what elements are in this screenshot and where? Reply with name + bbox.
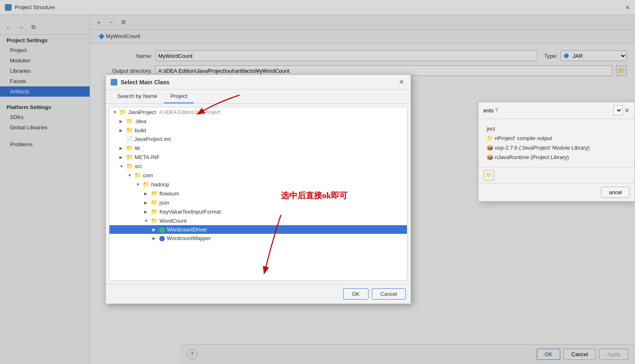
folder-icon-flowsum: 📁: [151, 190, 158, 197]
folder-icon-com: 📁: [134, 172, 141, 178]
main-window: Project Structure ✕ ← → ⧉ Project Settin…: [0, 0, 635, 364]
chevron-javaproject: ▼: [113, 110, 118, 114]
tree-label-src: src: [135, 163, 404, 169]
dialog-tabs: Search by Name Project: [106, 90, 411, 104]
chevron-flowsum: ▶: [144, 191, 149, 196]
tree-label-wordcount: WordCount: [159, 218, 404, 224]
chevron-keyvalue: ▶: [144, 209, 149, 214]
dialog-title: Select Main Class: [121, 79, 394, 86]
jar-icon-4: 📦: [487, 154, 495, 160]
chevron-meta-inf: ▶: [119, 155, 124, 159]
tree-item-lib[interactable]: ▶ 📁 lib: [109, 143, 407, 152]
chevron-wordcountmapper: ▶: [152, 236, 157, 240]
header-controls: ✕: [614, 105, 630, 115]
tree-item-com[interactable]: ▼ 📁 com: [109, 171, 407, 180]
class-icon-mapper: ⬤: [159, 235, 165, 241]
select-main-class-dialog: Select Main Class ✕ Search by Name Proje…: [105, 74, 411, 304]
tree-label-lib: lib: [135, 145, 404, 151]
dialog-icon: [111, 79, 117, 86]
tree-label-meta-inf: META-INF: [135, 154, 404, 160]
folder-icon-lib: 📁: [126, 145, 133, 151]
folder-icon-json: 📁: [151, 199, 158, 206]
chevron-build: ▶: [119, 128, 124, 133]
dialog-close-button[interactable]: ✕: [397, 78, 406, 86]
tree-item-build[interactable]: ▶ 📁 build: [109, 126, 407, 135]
output-layout-title: ents: [483, 107, 494, 114]
dialog-cancel-button[interactable]: Cancel: [372, 288, 406, 300]
chevron-src: ▼: [119, 164, 124, 169]
output-panel-close-button[interactable]: ✕: [624, 107, 630, 114]
tree-item-hadoop[interactable]: ▼ 📁 hadoop: [109, 180, 407, 189]
tree-label-com: com: [143, 172, 404, 178]
chevron-lib: ▶: [119, 146, 124, 150]
output-layout-header: ents ? ✕: [478, 102, 635, 119]
folder-icon-keyvalue: 📁: [151, 208, 158, 215]
output-cancel-button[interactable]: ancel: [601, 187, 630, 198]
tree-item-javaproject[interactable]: ▼ 📁 JavaProject A:\IDEA Edition\JavaProj…: [109, 107, 407, 117]
tree-item-src[interactable]: ▼ 📁 src: [109, 162, 407, 171]
dialog-tab-search[interactable]: Search by Name: [111, 90, 164, 103]
tree-item-wordcountmapper[interactable]: ▶ ⬤ WordcountMapper: [109, 234, 407, 243]
output-item-1: ject: [483, 124, 630, 133]
tree-item-wordcount[interactable]: ▼ 📁 WordCount: [109, 216, 407, 225]
tree-label-json: json: [159, 200, 404, 206]
folder-icon-javaproject: 📁: [119, 109, 126, 115]
tree-item-wordcountdriver[interactable]: ▶ ⬤ WordcountDriver: [109, 225, 407, 234]
folder-icon-src: 📁: [126, 163, 133, 169]
tree-label-hadoop: hadoop: [151, 181, 404, 188]
tree-item-idea[interactable]: ▶ 📁 .idea: [109, 117, 407, 126]
tree-item-meta-inf[interactable]: ▶ 📁 META-INF: [109, 152, 407, 162]
folder-icon-build: 📁: [126, 127, 133, 133]
help-icon[interactable]: ?: [495, 107, 498, 113]
output-layout-body: ject 📁 nProject' compile output 📦 oop-2.…: [478, 119, 635, 167]
dialog-tree[interactable]: ▼ 📁 JavaProject A:\IDEA Edition\JavaProj…: [109, 107, 407, 281]
folder-icon-wordcount: 📁: [151, 217, 158, 224]
dialog-ok-button[interactable]: OK: [343, 288, 369, 300]
chevron-wordcount: ▼: [144, 219, 149, 223]
tree-label-wordcountdriver: WordcountDriver: [167, 226, 404, 233]
output-layout-footer: ancel: [478, 183, 635, 201]
dialog-title-bar: Select Main Class ✕: [106, 75, 411, 90]
tree-label-keyvalue: KeyValueTextInputFormat: [159, 209, 404, 215]
chevron-idea: ▶: [119, 119, 124, 124]
tree-item-flowsum[interactable]: ▶ 📁 flowsum: [109, 189, 407, 198]
tree-item-iml[interactable]: 📄 JavaProject.iml: [109, 135, 407, 143]
add-output-button[interactable]: 📁: [483, 170, 494, 181]
output-item-3: 📦 oop-2.7.6 ('JavaProject' Module Librar…: [483, 143, 630, 152]
folder-icon-meta-inf: 📁: [126, 154, 133, 160]
tree-item-keyvalue[interactable]: ▶ 📁 KeyValueTextInputFormat: [109, 207, 407, 216]
output-item-2: 📁 nProject' compile output: [483, 133, 630, 143]
tree-label-iml: JavaProject.iml: [134, 136, 404, 142]
output-layout-panel: ents ? ✕ ject 📁 nProject' compile output: [478, 102, 635, 202]
folder-icon-idea: 📁: [126, 118, 133, 124]
folder-icon-2: 📁: [487, 135, 495, 141]
chevron-com: ▼: [128, 173, 133, 178]
tree-label-javaproject: JavaProject A:\IDEA Edition\JavaProject: [128, 109, 404, 115]
class-icon-driver: ⬤: [159, 226, 165, 233]
chevron-wordcountdriver: ▶: [152, 227, 157, 232]
dialog-bottom: OK Cancel: [106, 284, 411, 304]
layout-select[interactable]: [614, 105, 623, 115]
jar-icon-3: 📦: [487, 145, 495, 151]
tree-item-json[interactable]: ▶ 📁 json: [109, 198, 407, 207]
tree-label-wordcountmapper: WordcountMapper: [167, 235, 404, 241]
folder-icon-hadoop: 📁: [143, 181, 150, 188]
tree-label-flowsum: flowsum: [159, 190, 404, 197]
chevron-hadoop: ▼: [136, 182, 141, 187]
output-item-4: 📦 nJavaRuntime (Project Library): [483, 152, 630, 162]
tree-label-build: build: [135, 127, 404, 133]
tree-label-idea: .idea: [135, 118, 404, 124]
output-layout-toolbar: 📁: [478, 167, 635, 183]
chevron-json: ▶: [144, 200, 149, 205]
dialog-tab-project[interactable]: Project: [164, 90, 194, 103]
file-icon-iml: 📄: [126, 136, 133, 142]
